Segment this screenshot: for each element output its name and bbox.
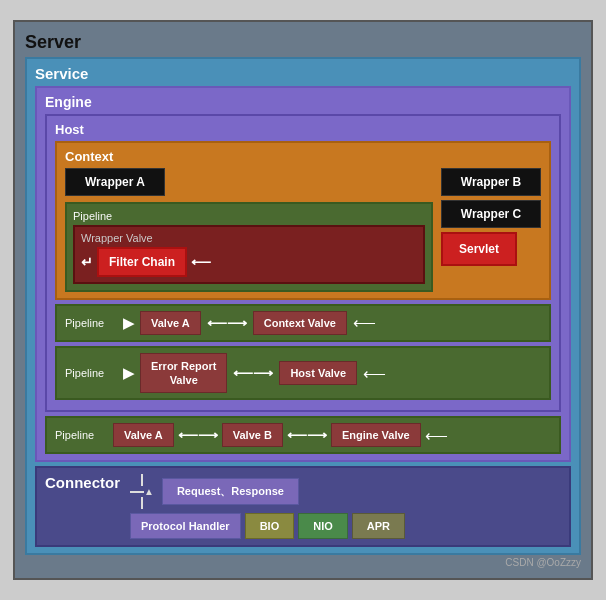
- engine-pipeline-valves: Valve A ⟵⟶ Valve B ⟵⟶ Engine Valve ⟵: [113, 423, 448, 447]
- request-response-box: Request、Response: [162, 478, 299, 505]
- double-arrow-1: ⟵: [191, 254, 211, 270]
- context-right: Wrapper B Wrapper C Servlet: [441, 168, 541, 292]
- wrapper-c-box: Wrapper C: [441, 200, 541, 228]
- error-report-valve: Error ReportValve: [140, 353, 227, 394]
- arrow-tip: ▲: [144, 486, 154, 497]
- engine-valve: Engine Valve: [331, 423, 421, 447]
- pipeline-row-3: Pipeline Valve A ⟵⟶ Valve B ⟵⟶ Engine Va…: [45, 416, 561, 454]
- context-main: Wrapper A Pipeline Wrapper Valve: [65, 168, 541, 292]
- pipeline-inner-label: Pipeline: [73, 210, 425, 222]
- servlet-box: Servlet: [441, 232, 517, 266]
- engine-box: Engine Host Context Wrapper: [35, 86, 571, 463]
- connector-inner: Connector ▲: [45, 474, 561, 539]
- host-box: Host Context Wrapper A: [45, 114, 561, 413]
- wrapper-a-box: Wrapper A: [65, 168, 165, 196]
- horiz-line-left: [130, 491, 144, 493]
- apr-box: APR: [352, 513, 405, 539]
- watermark: CSDN @OoZzzy: [25, 557, 581, 568]
- server-box: Server Service Engine Host Context: [21, 28, 585, 573]
- connector-title: Connector: [45, 474, 120, 491]
- wrapper-valve-label: Wrapper Valve: [81, 232, 417, 244]
- valve-b-3: Valve B: [222, 423, 283, 447]
- pipeline-row-2: Pipeline ▶ Error ReportValve ⟵⟶ Host Val…: [55, 346, 551, 401]
- valve-a-1: Valve A: [140, 311, 201, 335]
- arrow-right-1: ↵: [81, 254, 93, 270]
- context-left: Wrapper A Pipeline Wrapper Valve: [65, 168, 433, 292]
- context-box: Context Wrapper A Pipe: [55, 141, 551, 300]
- vert-line-bot: [141, 497, 143, 509]
- pipeline-row-1: Pipeline ▶ Valve A ⟵⟶ Context Valve ⟵: [55, 304, 551, 342]
- pipeline-label-3: Pipeline: [55, 429, 107, 441]
- pipeline-label-2: Pipeline: [65, 367, 117, 379]
- connector-box: Connector ▲: [35, 466, 571, 547]
- arrow-right-end3: ⟵: [425, 426, 448, 445]
- connector-left: Connector: [45, 474, 120, 495]
- double-arrow-4: ⟵⟶: [178, 427, 218, 443]
- pipeline-inner-box: Pipeline Wrapper Valve ↵ Filter Chain: [65, 202, 433, 292]
- double-arrow-5: ⟵⟶: [287, 427, 327, 443]
- valve-a-3: Valve A: [113, 423, 174, 447]
- nio-box: NIO: [298, 513, 348, 539]
- bio-box: BIO: [245, 513, 295, 539]
- pipeline-label-1: Pipeline: [65, 317, 117, 329]
- diagram: Server Service Engine Host Context: [13, 20, 593, 581]
- host-title: Host: [55, 122, 551, 137]
- filter-chain-box: Filter Chain: [97, 247, 187, 277]
- connector-right: ▲ Request、Response Protocol Handler BIO …: [130, 474, 561, 539]
- wrapper-b-box: Wrapper B: [441, 168, 541, 196]
- engine-title: Engine: [45, 94, 561, 110]
- wrapper-top-row: Wrapper A: [65, 168, 433, 196]
- arrow-right-end2: ⟵: [363, 364, 386, 383]
- arrow-pipe1: ▶: [123, 315, 134, 331]
- context-title: Context: [65, 149, 541, 164]
- connector-arrow-row: ▲ Request、Response: [130, 474, 561, 509]
- double-arrow-3: ⟵⟶: [233, 365, 273, 381]
- service-box: Service Engine Host Context: [25, 57, 581, 556]
- wrapper-valve-box: Wrapper Valve ↵ Filter Chain ⟵: [73, 225, 425, 284]
- arrow-right-end1: ⟵: [353, 313, 376, 332]
- vert-line-top: [141, 474, 143, 486]
- vertical-arrow-connector: ▲: [130, 474, 154, 509]
- service-title: Service: [35, 65, 571, 82]
- double-arrow-2: ⟵⟶: [207, 315, 247, 331]
- arrow-pipe2: ▶: [123, 365, 134, 381]
- host-valve: Host Valve: [279, 361, 357, 385]
- protocol-handler-box: Protocol Handler: [130, 513, 241, 539]
- server-title: Server: [25, 32, 581, 53]
- filter-chain-row: ↵ Filter Chain ⟵: [81, 247, 417, 277]
- horiz-fork: ▲: [130, 486, 154, 497]
- context-valve: Context Valve: [253, 311, 347, 335]
- connector-bottom-row: Protocol Handler BIO NIO APR: [130, 513, 561, 539]
